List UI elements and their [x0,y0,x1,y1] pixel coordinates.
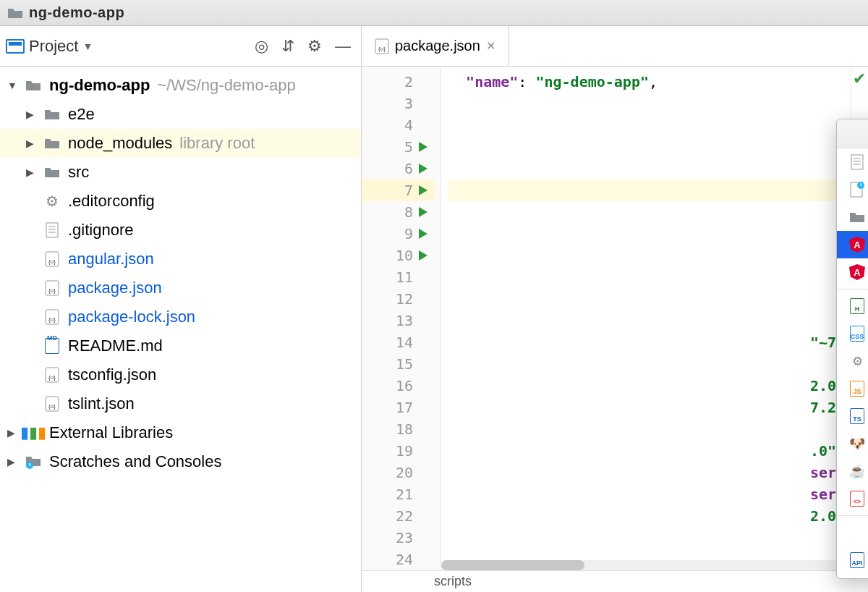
gutter-line[interactable]: 19 [362,440,435,462]
hide-icon[interactable]: — [335,37,351,56]
menu-item[interactable]: ☕ CoffeeScript File [837,457,868,485]
menu-item[interactable]: H HTML File [837,292,868,320]
tree-item[interactable]: {o}angular.json [0,245,361,274]
code-line[interactable]: ser-dynamic": [448,483,851,505]
menu-item[interactable]: Directory [837,203,868,231]
code-area: 23456789101112131415161718192021222324 "… [362,67,868,570]
new-context-menu: New File Scratch File ⇧⌘N Directory A An… [836,119,868,579]
chevron-down-icon: ▼ [82,41,93,52]
code-line[interactable]: .0", [448,440,851,462]
gutter-line[interactable]: 17 [362,397,435,418]
gear-icon[interactable]: ⚙ [307,37,322,56]
tree-item[interactable]: ▶src [0,158,361,187]
gutter-line[interactable]: 9 [362,223,435,245]
code-line[interactable]: "name": "ng-demo-app", [448,71,851,93]
close-icon[interactable]: ✕ [486,39,495,53]
gutter-line[interactable]: 11 [362,266,435,288]
menu-item[interactable]: File [837,148,868,176]
code-line[interactable] [448,179,851,201]
tab-package-json[interactable]: {o} package.json ✕ [362,26,509,66]
gutter-line[interactable]: 6 [362,158,435,179]
tree-item[interactable]: {o}package.json [0,274,361,303]
code-line[interactable] [448,310,851,331]
code-line[interactable]: "~7.2.0", [448,331,851,353]
collapse-icon[interactable]: ⇵ [281,37,294,56]
gutter-line[interactable]: 5 [362,136,435,158]
gutter-line[interactable]: 20 [362,462,435,483]
code-line[interactable] [448,223,851,245]
gutter-line[interactable]: 14 [362,331,435,353]
angular-icon: A [848,237,866,253]
menu-separator [837,515,868,516]
gutter-line[interactable]: 22 [362,505,435,527]
menu-item[interactable]: TS TypeScript File [837,402,868,430]
project-tree[interactable]: ▼ng-demo-app ~/WS/ng-demo-app▶e2e▶node_m… [0,67,361,592]
file-icon [848,154,866,170]
gutter-line[interactable]: 4 [362,114,435,136]
code-line[interactable] [448,418,851,440]
gutter-line[interactable]: 21 [362,483,435,505]
tree-external-libraries[interactable]: ▶▮▮▮External Libraries [0,418,361,447]
tab-label: package.json [395,38,480,54]
code-content[interactable]: "name": "ng-demo-app","~7.2.0",2.0",7.2.… [441,67,851,570]
inspection-ok-icon: ✔ [853,69,866,88]
tree-item[interactable]: ▶e2e [0,100,361,129]
code-line[interactable] [448,201,851,223]
locate-icon[interactable]: ◎ [255,37,268,56]
code-line[interactable] [448,288,851,310]
editor-tabs: {o} package.json ✕ [362,26,868,67]
gutter-line[interactable]: 2 [362,71,435,93]
tree-item[interactable]: MDREADME.md [0,331,361,360]
menu-item[interactable]: JS JavaScript File [837,375,868,402]
gutter-line[interactable]: 8 [362,201,435,223]
code-line[interactable] [448,136,851,158]
tree-item[interactable]: {o}tslint.json [0,389,361,418]
gutter-line[interactable]: 16 [362,375,435,397]
gutter-line[interactable]: 13 [362,310,435,331]
menu-item[interactable]: A Angular Schematic... [837,258,868,286]
code-line[interactable] [448,158,851,179]
menu-item[interactable]: Scratch File ⇧⌘N [837,176,868,203]
gutter[interactable]: 23456789101112131415161718192021222324 [362,67,441,570]
breadcrumb[interactable]: scripts [362,570,868,592]
code-line[interactable] [448,114,851,136]
tree-item[interactable]: {o}tsconfig.json [0,360,361,389]
svg-text:{o}: {o} [48,316,56,323]
menu-item[interactable]: ⚙ .editorconfig file [837,347,868,375]
code-line[interactable] [448,93,851,114]
tree-item[interactable]: ▶node_modules library root [0,129,361,158]
gutter-line[interactable]: 10 [362,245,435,266]
code-line[interactable] [448,353,851,375]
code-line[interactable]: 2.0", [448,505,851,527]
tree-scratches[interactable]: ▶Scratches and Consoles [0,447,361,476]
menu-item[interactable]: API New HTTP Request [837,546,868,574]
tree-item[interactable]: .gitignore [0,216,361,245]
code-line[interactable]: ser": "~7.2.0 [448,462,851,483]
gutter-line[interactable]: 24 [362,549,435,570]
code-line[interactable] [448,245,851,266]
scratch-icon [848,182,866,198]
horizontal-scrollbar[interactable] [441,560,851,570]
menu-item[interactable]: CSS Stylesheet [837,320,868,347]
menu-item[interactable]: 🐶 Pug/Jade File [837,430,868,457]
svg-text:{o}: {o} [48,403,56,410]
project-panel-selector[interactable]: Project ▼ [6,37,93,56]
code-line[interactable] [448,266,851,288]
gutter-line[interactable]: 15 [362,353,435,375]
project-panel-icon [6,39,25,54]
gutter-line[interactable]: 18 [362,418,435,440]
gutter-line[interactable]: 3 [362,93,435,114]
menu-item[interactable]: A Angular Dependency... [837,231,868,258]
gutter-line[interactable]: 12 [362,288,435,310]
tree-item[interactable]: ⚙.editorconfig [0,187,361,216]
tree-root[interactable]: ▼ng-demo-app ~/WS/ng-demo-app [0,71,361,100]
code-line[interactable]: 2.0", [448,375,851,397]
code-line[interactable]: 7.2.0", [448,397,851,418]
menu-item[interactable]: Edit File Templates... [837,519,868,546]
gutter-line[interactable]: 7 [362,179,435,201]
code-line[interactable] [448,527,851,549]
gutter-line[interactable]: 23 [362,527,435,549]
svg-rect-17 [851,155,863,169]
menu-item[interactable]: <> XSLT Stylesheet [837,485,868,512]
svg-text:{o}: {o} [48,258,56,265]
